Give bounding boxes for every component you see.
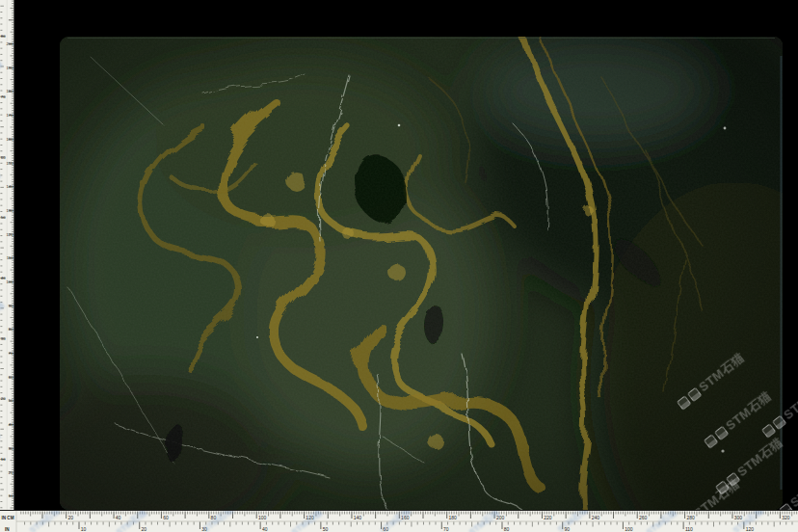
horizontal-ruler-scale: 2040608010012014016018020022024026028030… [0,511,798,532]
viewer-canvas: STM石猫 STM石猫 STM石猫 STM石猫 STM石猫 STM石猫 2001… [0,0,798,532]
v-ruler-in-label: 40 [1,276,6,280]
v-ruler-cm-label: 110 [7,255,13,260]
v-ruler-cm-label: 100 [6,279,13,284]
h-ruler-in-label: 50 [323,526,329,532]
ruler-corner-units: IN [5,527,10,532]
v-ruler-cm-label: 170 [6,113,13,118]
h-ruler-in-label: 30 [201,526,207,532]
vertical-ruler-scale: 2001901801701601501401301201101009080706… [0,0,14,510]
v-ruler-in-label: 70 [1,94,6,99]
v-ruler-cm-label: 80 [9,327,13,332]
v-ruler-cm-label: 200 [6,41,13,46]
v-ruler-in-label: 30 [1,336,6,341]
h-ruler-in-label: 100 [625,526,633,532]
v-ruler-cm-label: 90 [9,304,13,308]
v-ruler-cm-label: 50 [9,398,13,403]
slab-image [60,37,783,510]
v-ruler-cm-label: 160 [6,137,13,142]
stm-logo-icon [687,386,702,401]
h-ruler-in-label: 70 [443,526,449,532]
h-ruler-in-label: 110 [685,526,693,532]
v-ruler-cm-label: 10 [9,493,13,498]
stm-logo-icon [772,414,786,429]
v-ruler-in-label: 20 [1,396,6,401]
h-ruler-cm-label: 160 [401,515,410,520]
v-ruler-cm-label: 140 [6,184,13,189]
h-ruler-in-label: 40 [262,526,268,532]
v-ruler-cm-label: 180 [6,89,13,93]
stm-logo-icon [714,425,729,439]
h-ruler-cm-label: 300 [734,515,743,520]
h-ruler-cm-label: 20 [67,515,73,520]
ruler-corner-units: IN CM [2,516,14,520]
h-ruler-cm-label: 280 [686,515,695,520]
v-ruler-cm-label: 30 [9,446,13,451]
horizontal-ruler: 2040608010012014016018020022024026028030… [0,510,798,532]
v-ruler-cm-label: 20 [9,470,13,475]
h-ruler-cm-label: 260 [639,515,648,520]
v-ruler-in-label: 80 [1,34,6,39]
h-ruler-in-label: 80 [504,526,510,532]
v-ruler-cm-label: 70 [9,351,13,356]
v-ruler-cm-label: 60 [9,375,13,380]
v-ruler-cm-label: 130 [6,208,13,213]
v-ruler-cm-label: 150 [6,161,13,166]
h-ruler-cm-label: 100 [258,515,267,520]
h-ruler-in-label: 20 [142,526,147,532]
h-ruler-in-label: 120 [746,526,755,532]
h-ruler-cm-label: 220 [544,515,552,520]
v-ruler-in-label: 60 [1,155,6,160]
h-ruler-in-label: 10 [81,526,87,532]
vertical-ruler: 2001901801701601501401301201101009080706… [0,0,14,510]
h-ruler-cm-label: 80 [211,515,217,520]
v-ruler-in-label: 10 [1,457,6,462]
slab-texture [60,37,783,510]
h-ruler-cm-label: 180 [449,515,458,520]
v-ruler-in-label: 50 [1,215,6,220]
h-ruler-in-label: 60 [383,526,388,532]
h-ruler-cm-label: 200 [496,515,505,520]
h-ruler-cm-label: 320 [782,515,790,520]
v-ruler-cm-label: 120 [6,232,13,237]
watermark-text: STM石猫 [781,377,798,424]
h-ruler-cm-label: 240 [592,515,600,520]
h-ruler-cm-label: 60 [163,515,169,520]
h-ruler-cm-label: 120 [306,515,314,520]
h-ruler-cm-label: 40 [116,515,121,520]
v-ruler-cm-label: 40 [9,422,13,427]
v-ruler-cm-label: 190 [6,66,13,70]
h-ruler-in-label: 90 [565,526,571,532]
h-ruler-cm-label: 140 [354,515,362,520]
